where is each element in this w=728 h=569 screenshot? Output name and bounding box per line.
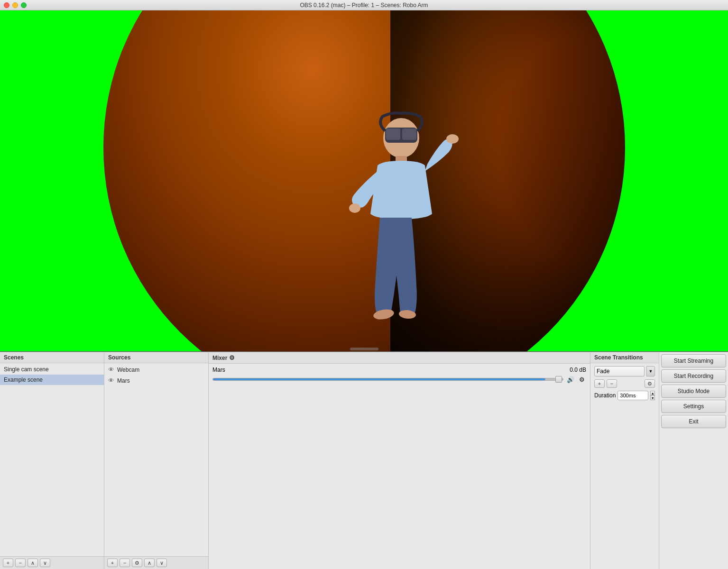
transition-add-button[interactable]: + (594, 379, 605, 388)
svg-rect-2 (386, 128, 400, 140)
transitions-header: Scene Transitions (590, 352, 659, 363)
sources-remove-button[interactable]: − (120, 559, 130, 567)
bottom-panel: Scenes Single cam scene Example scene + … (0, 352, 728, 569)
mixer-label: Mixer (212, 355, 227, 361)
settings-button[interactable]: Settings (661, 400, 726, 413)
traffic-lights (4, 2, 27, 8)
source-item-webcam[interactable]: 👁 Webcam (104, 364, 208, 375)
transition-select-wrapper: Fade (594, 366, 645, 376)
svg-point-6 (446, 134, 459, 144)
transition-select-arrow[interactable]: ▼ (646, 366, 655, 376)
duration-label: Duration (594, 392, 616, 399)
mixer-panel: Mixer ⚙ Mars 0.0 dB 🔊 ⚙ (209, 352, 590, 569)
mixer-fader-fill (213, 378, 545, 380)
scenes-up-button[interactable]: ∧ (28, 559, 38, 567)
studio-mode-button[interactable]: Studio Mode (661, 385, 726, 398)
mixer-fader-track[interactable] (212, 378, 563, 381)
preview-area (0, 10, 728, 352)
scenes-list[interactable]: Single cam scene Example scene (0, 363, 104, 556)
mixer-channel-name: Mars (212, 367, 225, 373)
duration-input[interactable] (617, 391, 648, 400)
duration-down-button[interactable]: ▼ (650, 395, 655, 400)
mixer-header: Mixer ⚙ (209, 352, 590, 364)
transition-remove-button[interactable]: − (607, 379, 617, 388)
sources-list[interactable]: 👁 Webcam 👁 Mars (104, 363, 208, 556)
duration-stepper: ▲ ▼ (650, 391, 655, 400)
sources-down-button[interactable]: ∨ (157, 559, 167, 567)
sources-settings-button[interactable]: ⚙ (132, 559, 142, 567)
maximize-button[interactable] (21, 2, 27, 8)
sources-panel: Sources 👁 Webcam 👁 Mars + − ⚙ ∧ ∨ (104, 352, 209, 569)
transition-select-row: Fade ▼ (594, 366, 655, 376)
mixer-settings-button[interactable]: ⚙ (578, 375, 586, 384)
sources-header: Sources (104, 352, 208, 363)
transition-add-row: + − ⚙ (594, 379, 655, 388)
scenes-remove-button[interactable]: − (15, 559, 26, 567)
start-recording-button[interactable]: Start Recording (661, 369, 726, 383)
webcam-visibility-icon[interactable]: 👁 (108, 366, 114, 373)
mars-visibility-icon[interactable]: 👁 (108, 377, 114, 384)
svg-point-5 (349, 203, 360, 213)
sources-up-button[interactable]: ∧ (144, 559, 155, 567)
duration-row: Duration ▲ ▼ (594, 391, 655, 400)
mixer-fader-thumb[interactable] (555, 376, 562, 383)
mixer-channel-mars: Mars 0.0 dB 🔊 ⚙ (209, 364, 590, 386)
transitions-panel: Scene Transitions Fade ▼ + − ⚙ (590, 352, 659, 569)
minimize-button[interactable] (12, 2, 18, 8)
mixer-gear-icon[interactable]: ⚙ (229, 354, 235, 361)
sources-add-button[interactable]: + (107, 559, 118, 567)
controls-panel: Start Streaming Start Recording Studio M… (659, 352, 728, 569)
titlebar: OBS 0.16.2 (mac) – Profile: 1 – Scenes: … (0, 0, 728, 10)
scene-item-single-cam[interactable]: Single cam scene (0, 364, 104, 375)
scenes-down-button[interactable]: ∨ (40, 559, 50, 567)
scenes-add-button[interactable]: + (3, 559, 13, 567)
person-figure (340, 110, 463, 337)
transition-select[interactable]: Fade (594, 366, 645, 376)
close-button[interactable] (4, 2, 9, 8)
transitions-content: Fade ▼ + − ⚙ Duration ▲ ▼ (590, 363, 659, 403)
mixer-fader-row: 🔊 ⚙ (212, 375, 586, 384)
svg-rect-3 (402, 128, 416, 140)
mixer-channel-db: 0.0 dB (570, 367, 586, 373)
source-item-mars[interactable]: 👁 Mars (104, 375, 208, 386)
preview-scrollbar[interactable] (350, 348, 378, 350)
scenes-toolbar: + − ∧ ∨ (0, 556, 104, 569)
mixer-mute-button[interactable]: 🔊 (566, 375, 575, 384)
scene-item-example[interactable]: Example scene (0, 375, 104, 385)
scenes-label: Scenes (4, 354, 24, 361)
start-streaming-button[interactable]: Start Streaming (661, 354, 726, 367)
sources-toolbar: + − ⚙ ∧ ∨ (104, 556, 208, 569)
mixer-channel-label-row: Mars 0.0 dB (212, 367, 586, 373)
window-title: OBS 0.16.2 (mac) – Profile: 1 – Scenes: … (300, 2, 428, 9)
scenes-panel: Scenes Single cam scene Example scene + … (0, 352, 104, 569)
panels-row: Scenes Single cam scene Example scene + … (0, 352, 728, 569)
scenes-header: Scenes (0, 352, 104, 363)
sources-label: Sources (108, 354, 130, 361)
duration-up-button[interactable]: ▲ (650, 391, 655, 395)
exit-button[interactable]: Exit (661, 415, 726, 428)
transition-gear-button[interactable]: ⚙ (645, 379, 655, 388)
transitions-label: Scene Transitions (594, 354, 643, 361)
